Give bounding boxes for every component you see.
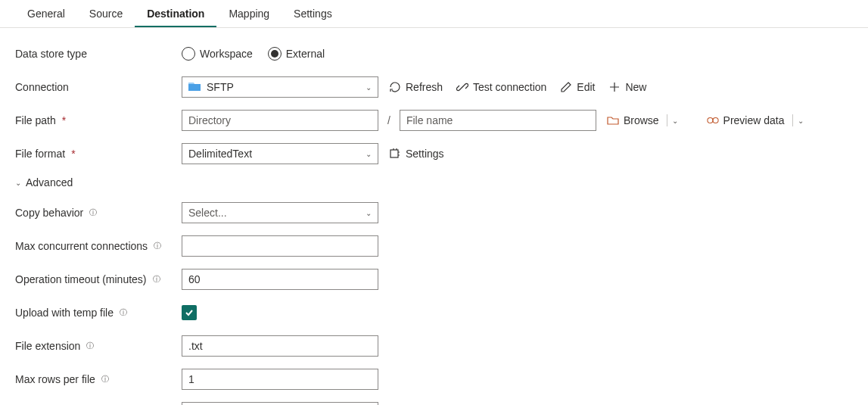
max-rows-input[interactable]	[182, 369, 378, 390]
info-icon[interactable]: ⓘ	[100, 374, 110, 385]
tab-settings[interactable]: Settings	[282, 0, 344, 27]
info-icon[interactable]: ⓘ	[152, 241, 163, 251]
row-file-format: File format* DelimitedText ⌄ Settings	[15, 143, 853, 164]
file-path-filename-input[interactable]	[400, 110, 596, 131]
svg-point-1	[713, 117, 718, 123]
row-data-store-type: Data store type Workspace External	[15, 43, 853, 64]
format-settings-button[interactable]: Settings	[386, 146, 447, 161]
new-button[interactable]: New	[605, 79, 649, 95]
upload-temp-checkbox[interactable]	[182, 305, 197, 320]
label-upload-temp: Upload with temp file ⓘ	[15, 307, 182, 319]
test-connection-icon	[456, 81, 468, 93]
folder-icon	[188, 81, 201, 94]
chevron-down-icon: ⌄	[15, 179, 21, 187]
connection-select[interactable]: SFTP ⌄	[182, 76, 378, 98]
file-format-select[interactable]: DelimitedText ⌄	[182, 143, 378, 164]
settings-icon	[389, 148, 401, 160]
tab-general[interactable]: General	[15, 0, 77, 27]
label-connection: Connection	[15, 81, 182, 93]
label-data-store-type: Data store type	[15, 48, 182, 60]
file-prefix-input[interactable]	[182, 402, 378, 405]
chevron-down-icon: ⌄	[366, 83, 372, 92]
tabs: General Source Destination Mapping Setti…	[0, 0, 868, 28]
edit-button[interactable]: Edit	[557, 79, 598, 95]
edit-icon	[560, 81, 572, 93]
checkmark-icon	[185, 308, 194, 317]
operation-timeout-input[interactable]	[182, 269, 378, 290]
preview-data-button[interactable]: Preview data ⌄	[704, 113, 811, 128]
label-file-format: File format*	[15, 148, 182, 160]
row-copy-behavior: Copy behavior ⓘ Select... ⌄	[15, 202, 853, 223]
tab-mapping[interactable]: Mapping	[216, 0, 282, 27]
browse-button[interactable]: Browse ⌄	[604, 113, 686, 128]
refresh-icon	[389, 81, 401, 93]
radio-workspace[interactable]: Workspace	[182, 47, 253, 61]
info-icon[interactable]: ⓘ	[85, 341, 95, 351]
plus-icon	[608, 81, 621, 93]
row-upload-temp: Upload with temp file ⓘ	[15, 302, 853, 323]
label-copy-behavior: Copy behavior ⓘ	[15, 207, 182, 219]
chevron-down-icon: ⌄	[366, 209, 372, 217]
file-extension-input[interactable]	[182, 335, 378, 357]
row-operation-timeout: Operation timeout (minutes) ⓘ	[15, 269, 853, 290]
info-icon[interactable]: ⓘ	[151, 274, 162, 285]
advanced-toggle[interactable]: ⌄ Advanced	[15, 176, 853, 188]
radio-external-label: External	[286, 48, 325, 60]
copy-behavior-select[interactable]: Select... ⌄	[182, 202, 378, 223]
tab-source[interactable]: Source	[77, 0, 135, 27]
row-file-prefix: File name prefix ⓘ	[15, 402, 853, 405]
test-connection-button[interactable]: Test connection	[453, 79, 549, 95]
row-connection: Connection SFTP ⌄ Refresh	[15, 76, 853, 98]
label-file-path: File path*	[15, 114, 182, 126]
svg-point-0	[707, 117, 712, 123]
radio-external[interactable]: External	[268, 47, 325, 61]
chevron-down-icon[interactable]: ⌄	[792, 114, 808, 126]
label-max-concurrent: Max concurrent connections ⓘ	[15, 240, 182, 252]
max-concurrent-input[interactable]	[182, 235, 378, 257]
radio-circle-icon	[268, 47, 282, 61]
browse-folder-icon	[607, 114, 619, 126]
svg-rect-2	[390, 150, 398, 157]
path-separator: /	[387, 114, 390, 126]
preview-icon	[707, 114, 719, 126]
file-path-directory-input[interactable]	[182, 110, 378, 131]
row-file-path: File path* / Browse ⌄ Preview data	[15, 110, 853, 131]
row-max-rows: Max rows per file ⓘ	[15, 369, 853, 390]
radio-workspace-label: Workspace	[200, 48, 253, 60]
connection-value: SFTP	[207, 81, 234, 93]
radio-circle-icon	[182, 47, 195, 61]
info-icon[interactable]: ⓘ	[118, 307, 129, 318]
tab-destination[interactable]: Destination	[135, 0, 216, 27]
chevron-down-icon: ⌄	[366, 150, 372, 158]
label-operation-timeout: Operation timeout (minutes) ⓘ	[15, 273, 182, 285]
radio-group-data-store-type: Workspace External	[182, 47, 325, 61]
refresh-button[interactable]: Refresh	[386, 79, 446, 95]
copy-behavior-placeholder: Select...	[188, 207, 227, 219]
row-file-extension: File extension ⓘ	[15, 335, 853, 357]
file-format-value: DelimitedText	[188, 148, 252, 160]
label-max-rows: Max rows per file ⓘ	[15, 373, 182, 385]
row-max-concurrent: Max concurrent connections ⓘ	[15, 235, 853, 257]
label-file-extension: File extension ⓘ	[15, 340, 182, 352]
chevron-down-icon[interactable]: ⌄	[667, 114, 683, 126]
info-icon[interactable]: ⓘ	[88, 207, 98, 218]
